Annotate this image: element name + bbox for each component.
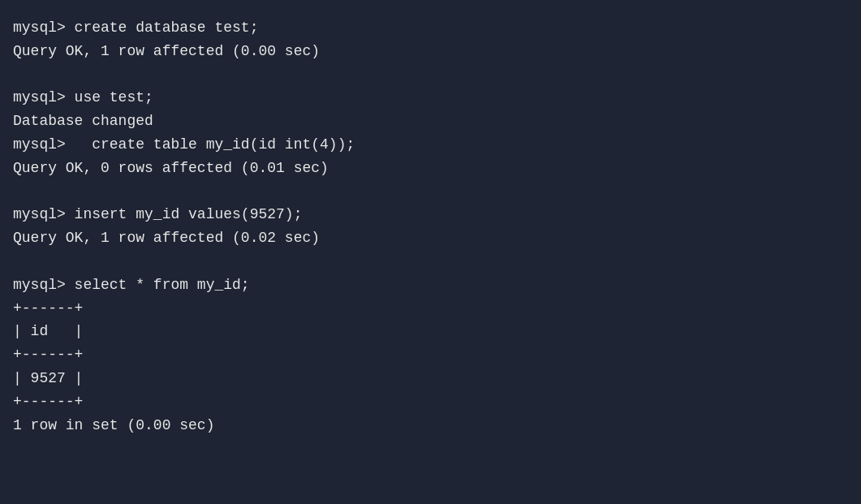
terminal-result-line: Query OK, 1 row affected (0.02 sec) — [13, 226, 848, 250]
terminal-result-line: +------+ — [13, 297, 848, 321]
terminal-prompt-line: mysql> create table my_id(id int(4)); — [13, 133, 848, 157]
terminal-result-line: Query OK, 0 rows affected (0.01 sec) — [13, 157, 848, 180]
terminal-result-line: Query OK, 1 row affected (0.00 sec) — [13, 40, 848, 63]
terminal-container: mysql> create database test;Query OK, 1 … — [13, 16, 848, 437]
terminal-result-line: 1 row in set (0.00 sec) — [13, 414, 848, 437]
terminal-spacer — [13, 250, 848, 274]
terminal-result-line: +------+ — [13, 343, 848, 367]
terminal-result-line: | id | — [13, 320, 848, 343]
terminal-prompt-line: mysql> select * from my_id; — [13, 274, 848, 297]
terminal-spacer — [13, 63, 848, 87]
terminal-result-line: +------+ — [13, 390, 848, 414]
terminal-prompt-line: mysql> insert my_id values(9527); — [13, 203, 848, 226]
terminal-prompt-line: mysql> use test; — [13, 86, 848, 110]
terminal-prompt-line: mysql> create database test; — [13, 16, 848, 40]
terminal-spacer — [13, 180, 848, 204]
terminal-result-line: Database changed — [13, 110, 848, 133]
terminal-result-line: | 9527 | — [13, 367, 848, 390]
